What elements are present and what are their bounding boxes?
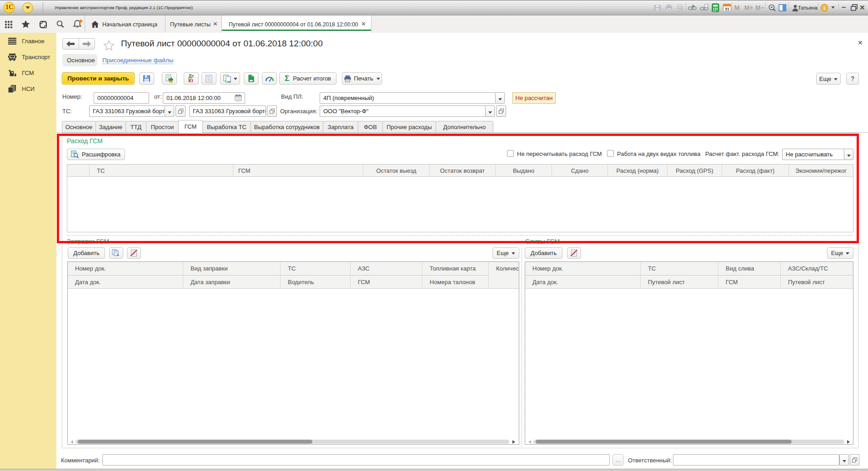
svg-text:31: 31 bbox=[725, 7, 729, 11]
